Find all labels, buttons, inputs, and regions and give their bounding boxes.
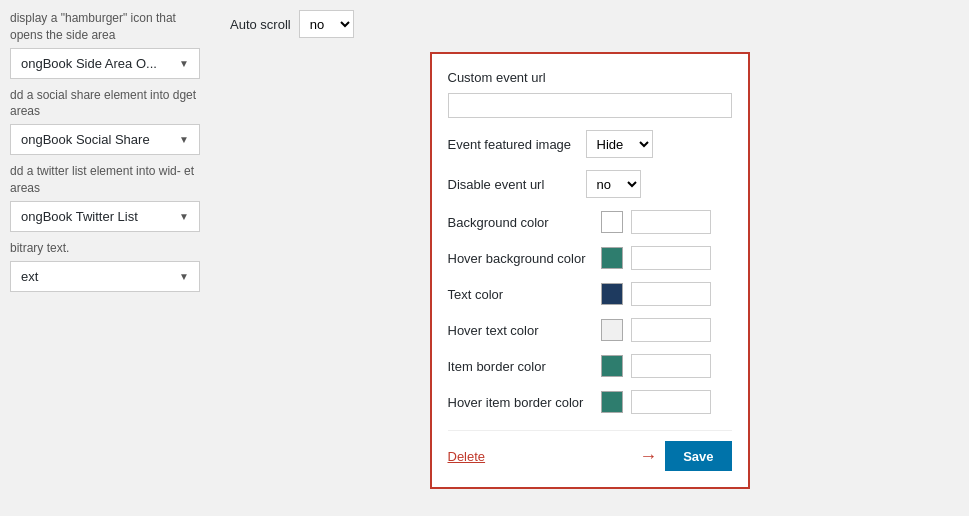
hover-item-border-color-input[interactable] [631,390,711,414]
disable-event-url-row: Disable event url no yes [448,170,732,198]
item-border-color-swatch[interactable] [601,355,623,377]
text-color-row: Text color [448,282,732,306]
hover-text-color-swatch[interactable] [601,319,623,341]
widget-side-area-header[interactable]: ongBook Side Area O... ▼ [10,48,200,79]
hover-text-color-input[interactable] [631,318,711,342]
form-footer: Delete → Save [448,430,732,471]
hover-background-color-input[interactable] [631,246,711,270]
hover-item-border-color-swatch[interactable] [601,391,623,413]
background-color-row: Background color [448,210,732,234]
widget-side-area-label: ongBook Side Area O... [21,56,157,71]
save-area: → Save [639,441,731,471]
widget-text-label: ext [21,269,38,284]
widget-text-description: bitrary text. [10,240,200,257]
hover-item-border-color-label: Hover item border color [448,395,593,410]
right-panel: Auto scroll no yes Custom event url Even… [210,0,969,516]
settings-form-panel: Custom event url Event featured image Hi… [430,52,750,489]
hover-background-color-row: Hover background color [448,246,732,270]
widget-twitter-list-header[interactable]: ongBook Twitter List ▼ [10,201,200,232]
auto-scroll-select[interactable]: no yes [299,10,354,38]
event-featured-image-label: Event featured image [448,137,578,152]
widget-social-share-header[interactable]: ongBook Social Share ▼ [10,124,200,155]
hover-text-color-row: Hover text color [448,318,732,342]
widget-twitter-list-label: ongBook Twitter List [21,209,138,224]
hover-text-color-label: Hover text color [448,323,593,338]
widget-text-header[interactable]: ext ▼ [10,261,200,292]
widget-twitter-list-description: dd a twitter list element into wid- et a… [10,163,200,197]
widget-social-share-description: dd a social share element into dget area… [10,87,200,121]
hover-background-color-label: Hover background color [448,251,593,266]
save-button[interactable]: Save [665,441,731,471]
chevron-down-icon: ▼ [179,271,189,282]
hover-item-border-color-row: Hover item border color [448,390,732,414]
item-border-color-label: Item border color [448,359,593,374]
hover-background-color-swatch[interactable] [601,247,623,269]
item-border-color-input[interactable] [631,354,711,378]
background-color-label: Background color [448,215,593,230]
background-color-input[interactable] [631,210,711,234]
custom-event-url-label: Custom event url [448,70,578,85]
arrow-right-icon: → [639,446,657,467]
text-color-label: Text color [448,287,593,302]
left-panel: display a "hamburger" icon that opens th… [0,0,210,516]
widget-social-share: dd a social share element into dget area… [0,87,210,156]
item-border-color-row: Item border color [448,354,732,378]
widget-social-share-label: ongBook Social Share [21,132,150,147]
chevron-down-icon: ▼ [179,58,189,69]
chevron-down-icon: ▼ [179,211,189,222]
disable-event-url-select[interactable]: no yes [586,170,641,198]
text-color-swatch[interactable] [601,283,623,305]
text-color-input[interactable] [631,282,711,306]
background-color-swatch[interactable] [601,211,623,233]
auto-scroll-label: Auto scroll [230,17,291,32]
widget-side-area: display a "hamburger" icon that opens th… [0,10,210,79]
widget-text: bitrary text. ext ▼ [0,240,210,292]
chevron-down-icon: ▼ [179,134,189,145]
delete-button[interactable]: Delete [448,449,486,464]
custom-event-url-input[interactable] [448,93,732,118]
widget-side-area-description: display a "hamburger" icon that opens th… [10,10,200,44]
disable-event-url-label: Disable event url [448,177,578,192]
event-featured-image-select[interactable]: Hide Show [586,130,653,158]
auto-scroll-row: Auto scroll no yes [230,10,949,38]
event-featured-image-row: Event featured image Hide Show [448,130,732,158]
widget-twitter-list: dd a twitter list element into wid- et a… [0,163,210,232]
custom-event-url-row: Custom event url [448,70,732,118]
